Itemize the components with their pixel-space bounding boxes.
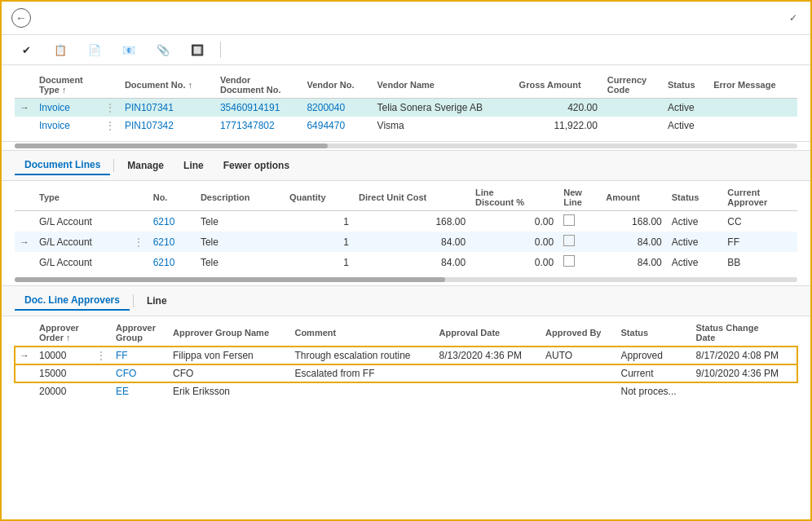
col-approver-group: ApproverGroup	[111, 320, 168, 347]
row-arrow	[15, 211, 34, 232]
row-arrow	[15, 117, 34, 135]
currency-cell	[602, 117, 663, 135]
doc-no-cell: PIN107342	[120, 117, 215, 135]
tab-manage[interactable]: Manage	[117, 157, 174, 174]
col-currency: CurrencyCode	[602, 72, 663, 99]
table-row[interactable]: → G/L Account ⋮ 6210 Tele 1 84.00 0.00 8…	[15, 232, 797, 252]
doc-no-cell: PIN107341	[120, 99, 215, 117]
saved-badge: ✓	[789, 12, 801, 24]
col-no: No.	[148, 184, 196, 211]
tab-line-approvers[interactable]: Line	[137, 292, 177, 310]
qty-cell: 1	[285, 211, 354, 232]
verify-icon: ✔	[20, 43, 33, 56]
col-approver-order: ApproverOrder ↑	[34, 320, 91, 347]
approver-order-cell: 20000	[34, 382, 91, 400]
table-row[interactable]: Invoice ⋮ PIN107342 1771347802 6494470 V…	[15, 117, 797, 135]
approver-cell: BB	[722, 252, 797, 272]
status-cell: Active	[667, 211, 723, 232]
row-arrow	[15, 364, 34, 382]
approver-order-cell: 15000	[34, 364, 91, 382]
desc-cell: Tele	[196, 211, 285, 232]
table-row[interactable]: → Invoice ⋮ PIN107341 35460914191 820004…	[15, 99, 797, 117]
new-line-cell	[558, 232, 601, 252]
col-type: Type	[34, 184, 129, 211]
approved-by-cell	[541, 382, 616, 400]
actions-button[interactable]	[226, 46, 242, 53]
qty-cell: 1	[285, 232, 354, 252]
approval-date-cell	[435, 382, 541, 400]
col-menu-cell[interactable]	[129, 211, 148, 232]
approver-group-cell: EE	[111, 382, 168, 400]
col-status: Status	[663, 72, 708, 99]
table-row[interactable]: 20000 EE Erik Eriksson Not proces...	[15, 382, 797, 400]
type-cell: G/L Account	[34, 232, 129, 252]
no-cell: 6210	[148, 252, 196, 272]
tab-fewer-options-lines[interactable]: Fewer options	[214, 157, 299, 174]
approver-status-cell: Approved	[616, 347, 691, 365]
approval-date-cell: 8/13/2020 4:36 PM	[435, 347, 541, 365]
row-arrow: →	[15, 347, 34, 365]
row-arrow: →	[15, 99, 34, 117]
col-unit-cost: Direct Unit Cost	[354, 184, 470, 211]
col-menu-cell[interactable]: ⋮	[100, 117, 120, 135]
col-doc-no: Document No. ↑	[120, 72, 215, 99]
fewer-options-button[interactable]	[262, 46, 278, 53]
approver-status-cell: Not proces...	[616, 382, 691, 400]
doc-lines-table: Type No. Description Quantity Direct Uni…	[15, 184, 797, 272]
post-batch-button[interactable]: 📋	[46, 40, 78, 60]
approver-status-cell: Current	[616, 364, 691, 382]
show-document-button[interactable]: 📎	[148, 40, 181, 60]
col-gross-amount: Gross Amount	[514, 72, 602, 99]
table-row[interactable]: G/L Account 6210 Tele 1 84.00 0.00 84.00…	[15, 252, 797, 272]
error-cell	[708, 117, 797, 135]
card-button[interactable]: 📄	[80, 40, 113, 60]
amount-cell: 84.00	[601, 252, 667, 272]
status-cell: Active	[667, 232, 723, 252]
send-reminder-button[interactable]: 📧	[114, 40, 147, 60]
col-menu-cell[interactable]: ⋮	[100, 99, 120, 117]
vendor-no-cell: 6494470	[302, 117, 372, 135]
col-quantity: Quantity	[285, 184, 354, 211]
col-approver-group-name: Approver Group Name	[168, 320, 289, 347]
verify-changes-button[interactable]: ✔	[11, 40, 44, 60]
vendor-doc-no-cell: 1771347802	[215, 117, 302, 135]
col-menu-cell[interactable]: ⋮	[91, 347, 111, 365]
new-line-cell	[558, 211, 601, 232]
approval-date-cell	[435, 364, 541, 382]
approver-group-cell: CFO	[111, 364, 168, 382]
status-cell: Active	[663, 99, 708, 117]
vendor-doc-no-cell: 35460914191	[215, 99, 302, 117]
filter-on-approver-button[interactable]: 🔲	[183, 40, 215, 60]
table-row[interactable]: 15000 CFO CFO Escalated from FF Current …	[15, 364, 797, 382]
vendor-name-cell: Visma	[373, 117, 514, 135]
col-menu-cell[interactable]: ⋮	[129, 232, 148, 252]
col-menu-cell[interactable]	[129, 252, 148, 272]
approved-by-cell: AUTO	[541, 347, 616, 365]
col-menu-cell[interactable]	[91, 382, 111, 400]
tab-document-lines[interactable]: Document Lines	[15, 156, 110, 175]
toolbar-divider	[220, 42, 221, 58]
status-change-date-cell: 8/17/2020 4:08 PM	[691, 347, 797, 365]
discount-cell: 0.00	[470, 232, 558, 252]
tab-doc-line-approvers[interactable]: Doc. Line Approvers	[15, 291, 130, 311]
col-comment: Comment	[289, 320, 434, 347]
col-status-change-date: Status ChangeDate	[691, 320, 797, 347]
back-button[interactable]: ←	[11, 8, 31, 28]
navigate-button[interactable]	[244, 46, 260, 53]
approvers-table: ApproverOrder ↑ ApproverGroup Approver G…	[15, 320, 797, 400]
amount-cell: 84.00	[601, 232, 667, 252]
col-vendor-no: Vendor No.	[302, 72, 372, 99]
approver-group-cell: FF	[111, 347, 168, 365]
status-cell: Active	[663, 117, 708, 135]
tab-line[interactable]: Line	[174, 157, 214, 174]
col-line-discount: LineDiscount %	[470, 184, 558, 211]
currency-cell	[602, 99, 663, 117]
new-line-cell	[558, 252, 601, 272]
post-batch-icon: 📋	[54, 43, 67, 56]
document-icon: 📎	[157, 43, 170, 56]
col-menu-cell[interactable]	[91, 364, 111, 382]
table-row[interactable]: G/L Account 6210 Tele 1 168.00 0.00 168.…	[15, 211, 797, 232]
col-status-lines: Status	[667, 184, 723, 211]
approved-by-cell	[541, 364, 616, 382]
table-row[interactable]: → 10000 ⋮ FF Filippa von Fersen Through …	[15, 347, 797, 365]
